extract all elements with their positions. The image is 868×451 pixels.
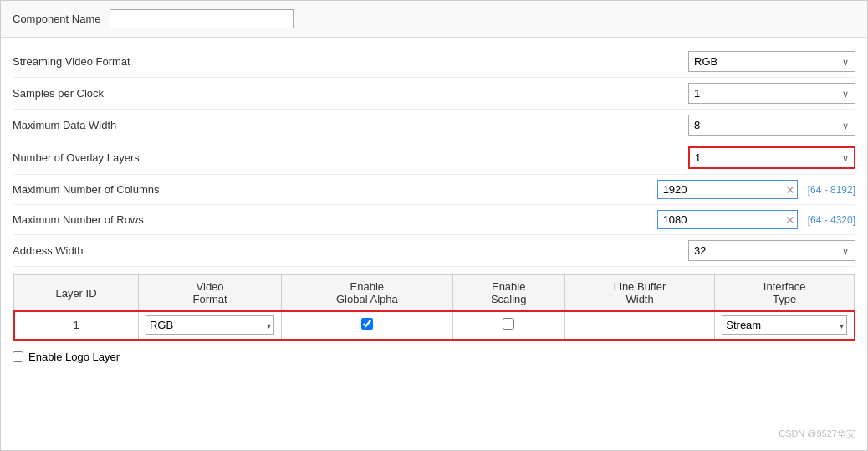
samples-per-clock-control: 1 2 4 8: [688, 83, 855, 104]
max-columns-input-wrapper: ✕: [657, 180, 798, 199]
overlay-layers-dropdown-wrapper: 1 2 3 4 5 6 7 8: [688, 146, 855, 169]
maximum-data-width-row: Maximum Data Width 8 10 12 16: [13, 110, 855, 141]
cell-enable-global-alpha: [282, 311, 452, 340]
address-width-dropdown-wrapper: 32 64: [688, 240, 855, 261]
max-rows-row: Maximum Number of Rows ✕ [64 - 4320]: [13, 205, 855, 235]
max-rows-clear-button[interactable]: ✕: [784, 213, 797, 227]
layer-table-section: Layer ID VideoFormat EnableGlobal Alpha …: [13, 274, 855, 341]
max-rows-control: ✕ [64 - 4320]: [657, 210, 855, 229]
col-interface-type: InterfaceType: [715, 275, 855, 311]
layer-table: Layer ID VideoFormat EnableGlobal Alpha …: [13, 274, 855, 340]
address-width-label: Address Width: [13, 244, 688, 257]
overlay-layers-label: Number of Overlay Layers: [13, 151, 688, 164]
col-enable-global-alpha: EnableGlobal Alpha: [282, 275, 452, 311]
overlay-layers-control: 1 2 3 4 5 6 7 8: [688, 146, 855, 169]
cell-video-format: RGB YUV444 YUV422: [138, 311, 281, 340]
col-layer-id: Layer ID: [14, 275, 139, 311]
samples-per-clock-label: Samples per Clock: [13, 87, 688, 100]
streaming-video-format-dropdown-wrapper: RGB YUV444 YUV422 YUV420: [688, 51, 855, 72]
address-width-dropdown[interactable]: 32 64: [688, 240, 855, 261]
address-width-control: 32 64: [688, 240, 855, 261]
enable-logo-label: Enable Logo Layer: [28, 351, 120, 363]
interface-type-dropdown[interactable]: Stream Memory: [722, 315, 847, 335]
col-line-buffer-width: Line BufferWidth: [564, 275, 714, 311]
col-enable-scaling: EnableScaling: [452, 275, 564, 311]
interface-type-dropdown-wrapper: Stream Memory: [722, 315, 847, 335]
streaming-video-format-label: Streaming Video Format: [13, 55, 688, 68]
max-rows-input-wrapper: ✕: [657, 210, 798, 229]
video-format-dropdown[interactable]: RGB YUV444 YUV422: [146, 315, 274, 335]
main-container: Component Name v_mix_0 Streaming Video F…: [0, 0, 868, 451]
enable-scaling-checkbox[interactable]: [503, 318, 514, 330]
streaming-video-format-row: Streaming Video Format RGB YUV444 YUV422…: [13, 46, 855, 78]
address-width-row: Address Width 32 64: [13, 235, 855, 267]
cell-enable-scaling: [452, 311, 564, 340]
cell-line-buffer-width: [564, 311, 714, 340]
enable-logo-checkbox[interactable]: [13, 351, 23, 362]
max-columns-control: ✕ [64 - 8192]: [657, 180, 855, 199]
enable-logo-row: Enable Logo Layer: [13, 346, 855, 368]
streaming-video-format-control: RGB YUV444 YUV422 YUV420: [688, 51, 855, 72]
cell-layer-id: 1: [14, 311, 139, 340]
streaming-video-format-dropdown[interactable]: RGB YUV444 YUV422 YUV420: [688, 51, 855, 72]
component-name-label: Component Name: [13, 13, 101, 25]
watermark: CSDN @9527华安: [779, 428, 855, 440]
component-name-input[interactable]: v_mix_0: [110, 9, 294, 28]
max-columns-range-hint: [64 - 8192]: [808, 184, 855, 196]
samples-per-clock-dropdown[interactable]: 1 2 4 8: [688, 83, 855, 104]
max-rows-input[interactable]: [658, 211, 784, 228]
max-columns-row: Maximum Number of Columns ✕ [64 - 8192]: [13, 175, 855, 205]
max-rows-label: Maximum Number of Rows: [13, 213, 657, 226]
samples-per-clock-dropdown-wrapper: 1 2 4 8: [688, 83, 855, 104]
max-columns-clear-button[interactable]: ✕: [784, 183, 797, 197]
max-rows-range-hint: [64 - 4320]: [808, 214, 855, 226]
maximum-data-width-label: Maximum Data Width: [13, 119, 688, 131]
overlay-layers-row: Number of Overlay Layers 1 2 3 4 5 6 7 8: [13, 141, 855, 175]
component-name-row: Component Name v_mix_0: [1, 1, 867, 38]
table-header-row: Layer ID VideoFormat EnableGlobal Alpha …: [14, 275, 855, 311]
col-video-format: VideoFormat: [138, 275, 281, 311]
samples-per-clock-row: Samples per Clock 1 2 4 8: [13, 78, 855, 110]
max-columns-label: Maximum Number of Columns: [13, 183, 657, 196]
table-row: 1 RGB YUV444 YUV422: [14, 311, 855, 340]
maximum-data-width-control: 8 10 12 16: [688, 115, 855, 136]
maximum-data-width-dropdown[interactable]: 8 10 12 16: [688, 115, 855, 136]
video-format-dropdown-wrapper: RGB YUV444 YUV422: [146, 315, 274, 335]
enable-global-alpha-checkbox[interactable]: [361, 318, 373, 330]
cell-interface-type: Stream Memory: [715, 311, 855, 340]
settings-area: Streaming Video Format RGB YUV444 YUV422…: [1, 38, 867, 377]
max-columns-input[interactable]: [658, 181, 784, 198]
maximum-data-width-dropdown-wrapper: 8 10 12 16: [688, 115, 855, 136]
overlay-layers-dropdown[interactable]: 1 2 3 4 5 6 7 8: [688, 146, 855, 169]
